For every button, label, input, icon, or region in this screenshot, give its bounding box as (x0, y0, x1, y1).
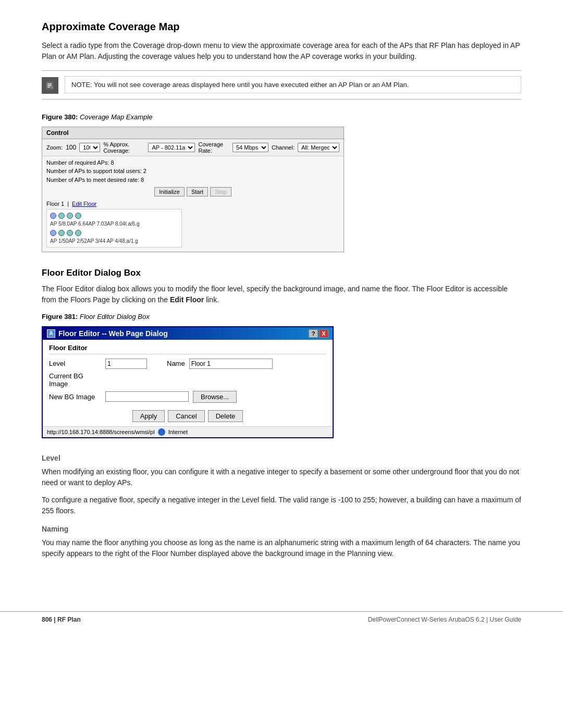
zoom-select[interactable]: 100 (79, 143, 100, 152)
coverage-type-select[interactable]: AP - 802.11a (148, 143, 195, 152)
section-coverage-map: Approximate Coverage Map Select a radio … (42, 21, 521, 252)
cancel-button[interactable]: Cancel (168, 410, 204, 422)
coverage-stats: Number of required APs: 8 Number of APs … (42, 156, 344, 187)
name-input[interactable] (189, 359, 273, 369)
dialog-titlebar: A Floor Editor -- Web Page Dialog ? X (43, 327, 333, 340)
apply-button[interactable]: Apply (132, 410, 165, 422)
btn-stop[interactable]: Stop (210, 187, 231, 196)
dialog-new-bg-row: New BG Image Browse... (49, 391, 326, 403)
stat-total-users: Number of APs to support total users: 2 (46, 167, 339, 176)
level-subsection-heading: Level (42, 454, 521, 462)
ap-dot (67, 213, 73, 219)
note-text: NOTE: You will not see coverage areas di… (65, 76, 521, 93)
control-bar: Control (42, 127, 344, 139)
dialog-window: A Floor Editor -- Web Page Dialog ? X Fl… (42, 326, 334, 438)
ap-dot (75, 230, 81, 236)
footer-left: 806 | RF Plan (42, 616, 81, 623)
level-para1: When modifying an existing floor, you ca… (42, 466, 521, 488)
name-group: Name (167, 359, 273, 369)
level-label: Level (49, 360, 101, 367)
intro-paragraph: Select a radio type from the Coverage dr… (42, 40, 521, 62)
floor-separator: | (67, 201, 69, 207)
stat-required-aps: Number of required APs: 8 (46, 158, 339, 167)
dialog-current-bg-row: Current BG Image (49, 372, 326, 388)
dialog-level-row: Level Name (49, 359, 326, 369)
section-floor-editor: Floor Editor Dialog Box The Floor Editor… (42, 268, 521, 559)
statusbar-url: http://10.168.170.14:8888/screens/wmsi/p… (47, 429, 155, 435)
zoom-value: 100 (66, 144, 76, 151)
stat-desired-rate: Number of APs to meet desired rate: 8 (46, 176, 339, 184)
ap-row-1 (50, 213, 178, 219)
floor-label-row: Floor 1 | Edit Floor (46, 201, 339, 207)
ap-row1-label: AP 5/8.0AP 6.64AP 7.03AP 8.04l.a/6.g (50, 221, 178, 227)
dialog-section-title: Floor Editor (49, 344, 326, 354)
titlebar-left: A Floor Editor -- Web Page Dialog (47, 329, 168, 338)
floor-editor-dialog-figure: A Floor Editor -- Web Page Dialog ? X Fl… (42, 326, 334, 438)
ap-dot (50, 230, 56, 236)
current-bg-label: Current BG Image (49, 372, 101, 388)
note-icon (42, 77, 58, 94)
titlebar-buttons: ? X (309, 329, 328, 338)
page-footer: 806 | RF Plan DellPowerConnect W-Series … (0, 611, 563, 627)
close-button[interactable]: X (319, 329, 328, 338)
rate-select[interactable]: 54 Mbps (232, 143, 268, 152)
dialog-buttons-row: Apply Cancel Delete (49, 406, 326, 426)
browse-button[interactable]: Browse... (193, 391, 237, 403)
globe-icon (158, 428, 165, 436)
dialog-app-icon: A (47, 329, 55, 338)
btn-initialize[interactable]: Initialize (154, 187, 185, 196)
naming-para: You may name the floor anything you choo… (42, 537, 521, 559)
ap-dot (58, 213, 65, 219)
figure380-caption: Figure 380: Coverage Map Example (42, 112, 521, 122)
level-input[interactable] (105, 359, 147, 369)
dialog-content: Floor Editor Level Name Current BG Image (43, 340, 333, 426)
figure381-caption: Figure 381: Floor Editor Dialog Box (42, 312, 521, 322)
new-bg-input[interactable] (105, 391, 189, 402)
floor-editor-intro: The Floor Editor dialog box allows you t… (42, 283, 521, 305)
channel-label: Channel: (272, 144, 295, 151)
section-title-coverage: Approximate Coverage Map (42, 21, 521, 33)
delete-button[interactable]: Delete (208, 410, 243, 422)
note-box: NOTE: You will not see coverage areas di… (42, 70, 521, 100)
naming-subsection-heading: Naming (42, 525, 521, 533)
ap-dot (67, 230, 73, 236)
help-button[interactable]: ? (309, 329, 318, 338)
rate-label: Coverage Rate: (198, 141, 229, 154)
approx-label: % Approx. Coverage: (103, 141, 145, 154)
coverage-map-figure: Control Zoom: 100 100 % Approx. Coverage… (42, 127, 344, 253)
statusbar-zone: Internet (168, 429, 188, 435)
btn-start[interactable]: Start (187, 187, 208, 196)
coverage-toolbar: Zoom: 100 100 % Approx. Coverage: AP - 8… (42, 139, 344, 156)
new-bg-label: New BG Image (49, 393, 101, 401)
level-para2: To configure a negative floor, specify a… (42, 495, 521, 516)
ap-dot (58, 230, 65, 236)
ap-dot (75, 213, 81, 219)
channel-select[interactable]: All: Merged (298, 143, 339, 152)
dialog-title: Floor Editor -- Web Page Dialog (58, 329, 168, 338)
section-title-floor-editor: Floor Editor Dialog Box (42, 268, 521, 278)
dialog-statusbar: http://10.168.170.14:8888/screens/wmsi/p… (43, 426, 333, 437)
edit-floor-link[interactable]: Edit Floor (72, 201, 96, 207)
footer-right: DellPowerConnect W-Series ArubaOS 6.2 | … (368, 616, 521, 623)
coverage-buttons: Initialize Start Stop (42, 186, 344, 199)
ap-row-2 (50, 230, 178, 236)
floor-map: AP 5/8.0AP 6.64AP 7.03AP 8.04l.a/6.g AP … (46, 209, 182, 248)
ap-dot (50, 213, 56, 219)
ap-row2-label: AP 1/50AP 2/52AP 3/44 AP 4/48.a/1.g (50, 238, 178, 244)
zoom-label: Zoom: (46, 144, 63, 151)
coverage-floor-area: Floor 1 | Edit Floor AP 5/8.0AP 6.64AP 7… (42, 199, 344, 252)
name-label: Name (167, 360, 185, 367)
floor-name: Floor 1 (46, 201, 64, 207)
